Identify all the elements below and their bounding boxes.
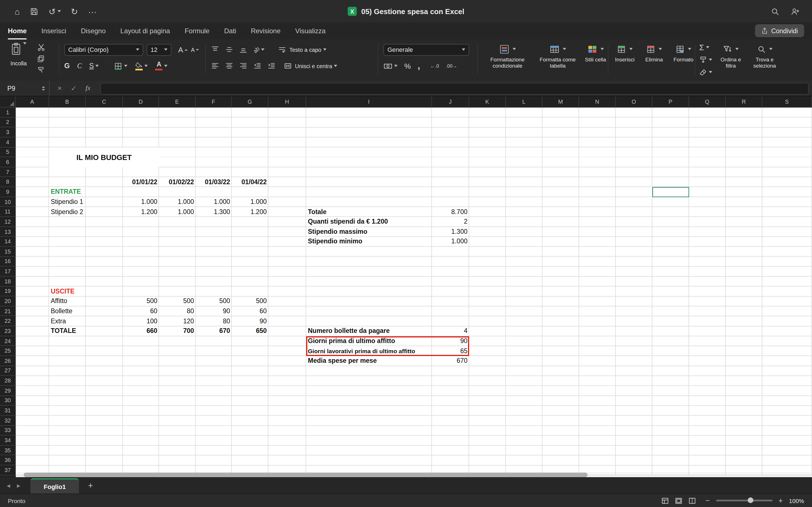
increase-decimal-button[interactable]: ←.0 <box>430 63 439 69</box>
align-bottom-button[interactable] <box>239 46 248 54</box>
cell-E10[interactable]: 1.000 <box>159 197 196 207</box>
clear-button[interactable] <box>699 67 712 77</box>
view-normal-icon[interactable] <box>661 497 669 504</box>
col-header-J[interactable]: J <box>432 96 469 108</box>
decrease-indent-button[interactable] <box>253 62 262 70</box>
share-button[interactable]: Condividi <box>755 24 804 37</box>
cell-G20[interactable]: 500 <box>232 297 268 306</box>
cell-J13[interactable]: 1.300 <box>432 227 469 237</box>
col-header-I[interactable]: I <box>306 96 432 108</box>
cell-D23[interactable]: 660 <box>123 327 159 336</box>
row-header-14[interactable]: 14 <box>0 237 16 247</box>
col-header-C[interactable]: C <box>86 96 123 108</box>
cell-B19[interactable]: USCITE <box>49 286 86 296</box>
row-header-11[interactable]: 11 <box>0 207 16 217</box>
format-cells-button[interactable]: Formato <box>671 42 696 63</box>
cell-J23[interactable]: 4 <box>432 327 469 336</box>
row-header-26[interactable]: 26 <box>0 356 16 366</box>
row-header-28[interactable]: 28 <box>0 376 16 386</box>
confirm-icon[interactable]: ✓ <box>71 84 77 92</box>
col-header-M[interactable]: M <box>543 96 579 108</box>
zoom-slider-thumb[interactable] <box>748 497 753 503</box>
format-painter-button[interactable] <box>37 66 45 74</box>
cell-B5[interactable]: IL MIO BUDGET <box>49 147 159 167</box>
row-header-33[interactable]: 33 <box>0 426 16 436</box>
fill-color-button[interactable] <box>135 62 148 70</box>
row-header-13[interactable]: 13 <box>0 227 16 237</box>
merge-center-button[interactable]: Unisci e centra <box>284 62 337 70</box>
row-header-18[interactable]: 18 <box>0 277 16 286</box>
row-header-8[interactable]: 8 <box>0 177 16 187</box>
cell-B22[interactable]: Extra <box>49 316 86 326</box>
cell-F23[interactable]: 670 <box>196 327 232 336</box>
row-header-32[interactable]: 32 <box>0 416 16 426</box>
row-header-15[interactable]: 15 <box>0 247 16 257</box>
more-icon[interactable]: ··· <box>88 7 96 15</box>
cell-I11[interactable]: Totale <box>306 207 432 217</box>
percent-style-button[interactable]: % <box>404 62 411 70</box>
tab-revisione[interactable]: Revisione <box>251 27 281 40</box>
align-middle-button[interactable] <box>225 46 234 54</box>
row-header-37[interactable]: 37 <box>0 465 16 475</box>
delete-cells-button[interactable]: Elimina <box>642 42 666 63</box>
col-header-N[interactable]: N <box>579 96 616 108</box>
cell-F11[interactable]: 1.300 <box>196 207 232 217</box>
cell-B9[interactable]: ENTRATE <box>49 187 86 197</box>
cell-D10[interactable]: 1.000 <box>123 197 159 207</box>
cell-B10[interactable]: Stipendio 1 <box>49 197 86 207</box>
cell-G23[interactable]: 650 <box>232 327 268 336</box>
borders-button[interactable] <box>114 62 128 70</box>
row-header-6[interactable]: 6 <box>0 157 16 167</box>
orientation-button[interactable]: ab <box>253 47 264 53</box>
add-sheet-button[interactable]: + <box>88 481 93 490</box>
cell-F10[interactable]: 1.000 <box>196 197 232 207</box>
cell-F20[interactable]: 500 <box>196 297 232 306</box>
cell-E8[interactable]: 01/02/22 <box>159 177 196 187</box>
horizontal-scrollbar[interactable] <box>16 472 812 477</box>
comma-style-button[interactable]: , <box>417 61 420 71</box>
col-header-H[interactable]: H <box>268 96 306 108</box>
row-header-19[interactable]: 19 <box>0 286 16 296</box>
col-header-P[interactable]: P <box>652 96 689 108</box>
tab-inserisci[interactable]: Inserisci <box>42 27 66 40</box>
align-top-button[interactable] <box>211 46 219 54</box>
col-header-K[interactable]: K <box>469 96 506 108</box>
cell-D11[interactable]: 1.200 <box>123 207 159 217</box>
cell-F22[interactable]: 80 <box>196 316 232 326</box>
find-select-button[interactable]: Trova e seleziona <box>749 42 780 77</box>
format-as-table-button[interactable]: Formatta come tabella <box>538 42 577 69</box>
row-header-16[interactable]: 16 <box>0 257 16 267</box>
view-page-break-icon[interactable] <box>689 497 696 504</box>
number-format-select[interactable]: Generale <box>384 44 469 55</box>
row-header-24[interactable]: 24 <box>0 336 16 346</box>
paste-button[interactable]: Incolla <box>6 42 32 74</box>
cell-F8[interactable]: 01/03/22 <box>196 177 232 187</box>
tab-home[interactable]: Home <box>8 27 27 40</box>
row-header-22[interactable]: 22 <box>0 316 16 326</box>
cell-J14[interactable]: 1.000 <box>432 237 469 247</box>
cell-B11[interactable]: Stipendio 2 <box>49 207 86 217</box>
row-header-2[interactable]: 2 <box>0 117 16 127</box>
next-sheet-icon[interactable]: ▸ <box>17 482 20 489</box>
undo-button[interactable]: ↺ <box>49 7 61 15</box>
cell-G22[interactable]: 90 <box>232 316 268 326</box>
cell-D20[interactable]: 500 <box>123 297 159 306</box>
cell-I13[interactable]: Stipendio massimo <box>306 227 432 237</box>
col-header-O[interactable]: O <box>616 96 652 108</box>
cell-D22[interactable]: 100 <box>123 316 159 326</box>
cell-G21[interactable]: 60 <box>232 306 268 316</box>
fill-button[interactable] <box>699 55 712 65</box>
cell-J26[interactable]: 670 <box>432 356 469 366</box>
italic-button[interactable]: C <box>77 62 82 70</box>
cell-B23[interactable]: TOTALE <box>49 327 86 336</box>
row-header-3[interactable]: 3 <box>0 128 16 137</box>
cell-I24[interactable]: Giorni prima di ultimo affitto <box>306 336 432 346</box>
cells-area[interactable]: IL MIO BUDGET01/01/2201/02/2201/03/2201/… <box>16 108 812 477</box>
insert-cells-button[interactable]: Inserisci <box>612 42 637 63</box>
cell-G8[interactable]: 01/04/22 <box>232 177 268 187</box>
col-header-A[interactable]: A <box>16 96 49 108</box>
align-right-button[interactable] <box>239 62 248 70</box>
select-all-corner[interactable] <box>0 96 16 108</box>
row-header-21[interactable]: 21 <box>0 306 16 316</box>
save-icon[interactable] <box>30 7 38 15</box>
